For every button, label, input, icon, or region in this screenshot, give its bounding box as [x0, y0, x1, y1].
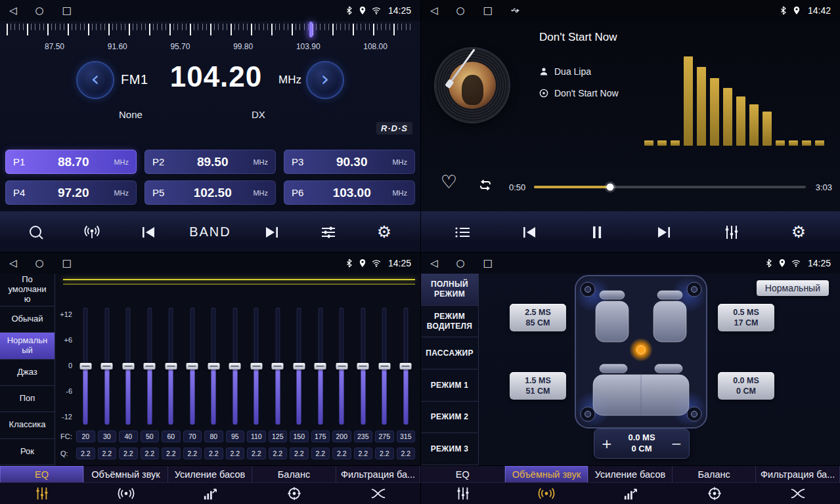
eq-band-thumb[interactable]	[272, 363, 284, 369]
delay-rear-right-button[interactable]: 0.0 MS 0 CM	[718, 372, 774, 400]
audio-tab[interactable]: Фильтрация ба...	[336, 466, 420, 483]
eq-band-thumb[interactable]	[357, 363, 369, 369]
eq-settings-button[interactable]	[313, 217, 343, 247]
eq-band-slider[interactable]	[232, 308, 237, 425]
preset-button[interactable]: P2 89.50 MHz	[144, 150, 276, 174]
repeat-button[interactable]	[477, 177, 493, 196]
surround-tab-icon-button[interactable]	[505, 483, 589, 504]
eq-band-slider[interactable]	[340, 308, 344, 425]
listening-mode-item[interactable]: РЕЖИМ 2	[421, 402, 478, 434]
eq-band-slider[interactable]	[211, 308, 216, 425]
eq-band-thumb[interactable]	[250, 363, 262, 369]
playlist-button[interactable]	[447, 217, 477, 247]
audio-tab[interactable]: Объёмный звук	[84, 466, 168, 483]
bass-boost-tab-icon-button[interactable]	[588, 483, 673, 504]
eq-preset-item[interactable]: Поп	[0, 386, 55, 412]
car-cabin-map[interactable]	[573, 274, 709, 430]
audio-tab[interactable]: EQ	[421, 466, 505, 483]
eq-settings-button[interactable]	[717, 217, 747, 247]
band-button[interactable]: BAND	[189, 217, 231, 247]
recents-button[interactable]: □	[483, 6, 493, 16]
eq-band-thumb[interactable]	[229, 363, 241, 369]
preset-button[interactable]: P4 97.20 MHz	[5, 180, 137, 205]
balance-tab-icon-button[interactable]	[252, 483, 336, 504]
eq-band-slider[interactable]	[147, 308, 152, 425]
bass-boost-tab-icon-button[interactable]	[168, 483, 252, 504]
eq-band-thumb[interactable]	[293, 363, 305, 369]
eq-band-slider[interactable]	[361, 308, 365, 425]
listening-mode-item[interactable]: ПАССАЖИР	[421, 337, 478, 369]
recents-button[interactable]: □	[62, 6, 72, 16]
eq-band-slider[interactable]	[126, 308, 131, 425]
preset-button[interactable]: P5 102.50 MHz	[144, 180, 276, 205]
delay-increase-button[interactable]: +	[594, 429, 619, 458]
delay-rear-left-button[interactable]: 1.5 MS 51 CM	[510, 372, 566, 400]
eq-preset-item[interactable]: Классика	[0, 412, 55, 438]
audio-tab[interactable]: EQ	[0, 466, 84, 483]
delay-decrease-button[interactable]: −	[664, 429, 689, 458]
surround-tab-icon-button[interactable]	[84, 483, 168, 504]
eq-band-slider[interactable]	[254, 308, 259, 425]
eq-preset-item[interactable]: Джаз	[0, 360, 55, 386]
back-button[interactable]: ◁	[430, 6, 438, 16]
tune-down-button[interactable]: ‹	[77, 62, 113, 98]
pause-button[interactable]	[582, 217, 612, 247]
delay-front-left-button[interactable]: 2.5 MS 85 CM	[510, 304, 566, 331]
home-button[interactable]: ○	[456, 259, 465, 268]
eq-band-thumb[interactable]	[400, 363, 412, 369]
preset-button[interactable]: P1 88.70 MHz	[5, 150, 137, 174]
eq-preset-badge[interactable]: Нормальный	[757, 280, 829, 296]
eq-tab-icon-button[interactable]	[0, 483, 84, 504]
home-button[interactable]: ○	[35, 6, 44, 16]
delay-front-right-button[interactable]: 0.5 MS 17 CM	[718, 304, 774, 331]
eq-band-thumb[interactable]	[165, 363, 177, 369]
back-button[interactable]: ◁	[9, 259, 17, 268]
eq-band-slider[interactable]	[275, 308, 280, 425]
eq-band-thumb[interactable]	[336, 363, 347, 369]
preset-button[interactable]: P6 103.00 MHz	[284, 180, 415, 205]
eq-band-slider[interactable]	[190, 308, 194, 425]
listening-mode-item[interactable]: РЕЖИМ ВОДИТЕЛЯ	[421, 306, 478, 338]
next-track-button[interactable]	[649, 217, 679, 247]
listening-mode-item[interactable]: РЕЖИМ 1	[421, 369, 478, 402]
seek-next-button[interactable]	[257, 217, 287, 247]
eq-band-thumb[interactable]	[378, 363, 390, 369]
audio-tab[interactable]: Объёмный звук	[505, 466, 589, 483]
audio-tab[interactable]: Усиление басов	[168, 466, 252, 483]
audio-tab[interactable]: Фильтрация ба...	[756, 466, 840, 483]
audio-tab[interactable]: Усиление басов	[588, 466, 673, 483]
eq-band-slider[interactable]	[403, 308, 408, 425]
listening-mode-item[interactable]: ПОЛНЫЙ РЕЖИМ	[421, 274, 478, 306]
seek-bar-thumb[interactable]	[606, 184, 613, 191]
recents-button[interactable]: □	[62, 259, 72, 268]
audio-tab[interactable]: Баланс	[673, 466, 757, 483]
eq-band-thumb[interactable]	[144, 363, 156, 369]
settings-button[interactable]: ⚙	[369, 217, 399, 247]
eq-preset-item[interactable]: Нормальный	[0, 333, 55, 359]
filter-tab-icon-button[interactable]	[756, 483, 840, 504]
eq-band-slider[interactable]	[318, 308, 322, 425]
back-button[interactable]: ◁	[430, 259, 438, 268]
audio-tab[interactable]: Баланс	[252, 466, 336, 483]
home-button[interactable]: ○	[456, 6, 465, 16]
seek-bar[interactable]	[534, 186, 806, 188]
eq-tab-icon-button[interactable]	[421, 483, 505, 504]
eq-band-thumb[interactable]	[208, 363, 219, 369]
eq-band-thumb[interactable]	[122, 363, 134, 369]
back-button[interactable]: ◁	[9, 6, 17, 16]
favorite-button[interactable]: ♡	[441, 173, 457, 192]
eq-band-slider[interactable]	[104, 308, 109, 425]
home-button[interactable]: ○	[35, 259, 44, 268]
filter-tab-icon-button[interactable]	[336, 483, 420, 504]
seek-previous-button[interactable]	[133, 217, 164, 247]
settings-button[interactable]: ⚙	[784, 217, 814, 247]
balance-tab-icon-button[interactable]	[673, 483, 757, 504]
listening-mode-item[interactable]: РЕЖИМ 3	[421, 433, 478, 465]
previous-track-button[interactable]	[514, 217, 544, 247]
listening-position-dot[interactable]	[637, 346, 646, 354]
eq-band-slider[interactable]	[83, 308, 88, 425]
eq-band-thumb[interactable]	[101, 363, 113, 369]
dial-pointer[interactable]	[309, 22, 313, 37]
eq-band-thumb[interactable]	[187, 363, 198, 369]
eq-band-slider[interactable]	[297, 308, 301, 425]
